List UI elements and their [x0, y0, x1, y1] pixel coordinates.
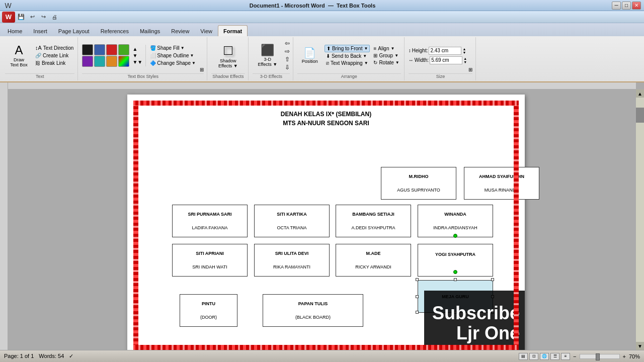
swatch-more-btn[interactable]: ▼▼: [132, 59, 142, 65]
height-down[interactable]: ▼: [462, 51, 466, 54]
selection-handle-1[interactable]: [454, 278, 457, 281]
3d-arrow-3[interactable]: ⇧: [285, 56, 290, 63]
desk-d5[interactable]: BAMBANG SETIAJI A.DEDI SYAHPUTRA: [336, 205, 411, 237]
scroll-up-button[interactable]: ▲: [636, 89, 644, 98]
3d-arrow-4[interactable]: ⇩: [285, 64, 290, 71]
vertical-scrollbar[interactable]: ▲ ▼: [636, 89, 644, 350]
proofing-icon: ✓: [69, 353, 73, 359]
selection-handle-7[interactable]: [491, 311, 494, 314]
styles-group-label: Text Box Styles: [82, 73, 203, 79]
change-shape-button[interactable]: 🔷 Change Shape ▼: [149, 60, 197, 66]
desk-d1[interactable]: M.RIDHO AGUS SUPRIYANTO: [381, 167, 456, 200]
redo-button[interactable]: ↪: [38, 13, 48, 22]
selection-handle-3[interactable]: [416, 295, 419, 298]
scroll-down-button[interactable]: ▼: [636, 342, 644, 350]
quick-print-button[interactable]: 🖨: [49, 13, 59, 22]
swatch-teal[interactable]: [94, 56, 105, 67]
swatch-green[interactable]: [118, 44, 129, 55]
zoom-slider[interactable]: [580, 354, 620, 359]
desk-d9[interactable]: M.ADE RICKY ARWANDI: [336, 244, 411, 277]
swatch-orange[interactable]: [106, 56, 117, 67]
save-button[interactable]: 💾: [16, 13, 26, 22]
print-layout-view[interactable]: ▤: [519, 353, 528, 360]
tab-mailings[interactable]: Mailings: [134, 25, 166, 36]
height-input[interactable]: [429, 47, 461, 55]
position-button[interactable]: 📄 Position: [297, 39, 323, 71]
shape-fill-button[interactable]: 🪣 Shape Fill ▼: [149, 45, 197, 51]
text-direction-button[interactable]: ↕A Text Direction: [34, 44, 74, 51]
draw-textbox-button[interactable]: A DrawText Box: [5, 39, 33, 71]
size-expand-button[interactable]: ⊞: [468, 67, 472, 72]
selection-handle-4[interactable]: [491, 295, 494, 298]
3d-effects-button[interactable]: ⬛ 3-DEffects ▼: [253, 39, 283, 71]
office-button[interactable]: W: [2, 12, 15, 23]
tab-format[interactable]: Format: [218, 25, 248, 36]
shape-outline-label: Shape Outline: [157, 53, 189, 58]
shape-outline-button[interactable]: ⬜ Shape Outline ▼: [149, 52, 197, 59]
width-input[interactable]: [430, 56, 462, 64]
meja-guru-box[interactable]: MEJA GURU: [418, 280, 493, 313]
tab-home[interactable]: Home: [2, 25, 28, 36]
minimize-button[interactable]: ─: [612, 2, 621, 10]
swatch-scroll-up[interactable]: ▲: [132, 46, 142, 52]
desk-d8[interactable]: SRI ULITA DEVI RIKA RAMAYANTI: [254, 244, 330, 277]
yogi-rotation-handle[interactable]: [453, 234, 457, 238]
desk-d7[interactable]: SITI APRIANI SRI INDAH WATI: [172, 244, 248, 277]
create-link-icon: 🔗: [35, 53, 41, 58]
break-link-button[interactable]: ⛓ Break Link: [34, 60, 74, 66]
rotation-handle[interactable]: [453, 270, 457, 274]
width-up[interactable]: ▲: [463, 57, 467, 60]
desk-d12[interactable]: PAPAN TULIS (BLACK BOARD): [263, 294, 363, 327]
desk-d4[interactable]: SITI KARTIKA OCTA TRIANA: [254, 205, 330, 237]
text-wrapping-button[interactable]: ⎚ Text Wrapping ▼: [325, 60, 370, 66]
desk-bottom-d4: OCTA TRIANA: [277, 225, 306, 230]
close-button[interactable]: ✕: [632, 2, 641, 10]
create-link-button[interactable]: 🔗 Create Link: [34, 52, 74, 59]
selection-handle-0[interactable]: [416, 278, 419, 281]
full-screen-view[interactable]: ⊡: [529, 353, 538, 360]
scroll-thumb[interactable]: [636, 108, 644, 123]
desk-d3[interactable]: SRI PURNAMA SARI LADIFA FAKIANA: [172, 205, 248, 237]
swatch-more[interactable]: [118, 56, 129, 67]
tab-references[interactable]: References: [95, 25, 134, 36]
swatch-red[interactable]: [106, 44, 117, 55]
title-bar-controls: ─ □ ✕: [612, 2, 641, 10]
undo-button[interactable]: ↩: [27, 13, 37, 22]
draft-view[interactable]: ≡: [561, 353, 570, 360]
swatch-blue[interactable]: [94, 44, 105, 55]
styles-expand-button[interactable]: ⊞: [200, 67, 204, 72]
maximize-button[interactable]: □: [622, 2, 631, 10]
tab-review[interactable]: Review: [166, 25, 195, 36]
web-layout-view[interactable]: 🌐: [540, 353, 549, 360]
bring-to-front-button[interactable]: ⬆ Bring to Front ▼: [325, 45, 370, 52]
rotate-button[interactable]: ↻ Rotate ▼: [372, 59, 400, 66]
desk-d6[interactable]: WINANDA INDRA ARDIANSYAH: [418, 205, 493, 237]
width-down[interactable]: ▼: [463, 60, 467, 64]
selection-handle-6[interactable]: [454, 311, 457, 314]
selection-handle-2[interactable]: [491, 278, 494, 281]
desk-d2[interactable]: AHMAD SYAIFUDDIN MUSA RINANDA: [464, 167, 539, 200]
tab-insert[interactable]: Insert: [28, 25, 53, 36]
zoom-thumb[interactable]: [596, 353, 600, 360]
group-button[interactable]: ⊞ Group ▼: [372, 52, 400, 59]
zoom-plus[interactable]: +: [623, 353, 626, 359]
height-up[interactable]: ▲: [462, 47, 466, 51]
outline-view[interactable]: ☰: [550, 353, 559, 360]
swatch-scroll-down[interactable]: ▼: [132, 53, 142, 58]
desk-d11[interactable]: PINTU (DOOR): [180, 294, 237, 327]
desk-top-d1: M.RIDHO: [409, 174, 429, 179]
tab-page-layout[interactable]: Page Layout: [53, 25, 95, 36]
draw-textbox-label: DrawText Box: [10, 57, 28, 67]
group-arrow: ▼: [394, 53, 398, 58]
tab-view[interactable]: View: [195, 25, 218, 36]
3d-arrow-1[interactable]: ⇦: [285, 40, 290, 47]
zoom-minus[interactable]: −: [573, 353, 576, 359]
swatch-black[interactable]: [82, 44, 93, 55]
align-button[interactable]: ≡ Align ▼: [372, 45, 400, 52]
3d-arrow-2[interactable]: ⇨: [285, 48, 290, 55]
align-arrow: ▼: [390, 46, 394, 51]
shadow-effects-button[interactable]: □ ShadowEffects ▼: [213, 39, 243, 71]
selection-handle-5[interactable]: [416, 311, 419, 314]
send-to-back-button[interactable]: ⬇ Send to Back ▼: [325, 53, 370, 59]
swatch-purple[interactable]: [82, 56, 93, 67]
